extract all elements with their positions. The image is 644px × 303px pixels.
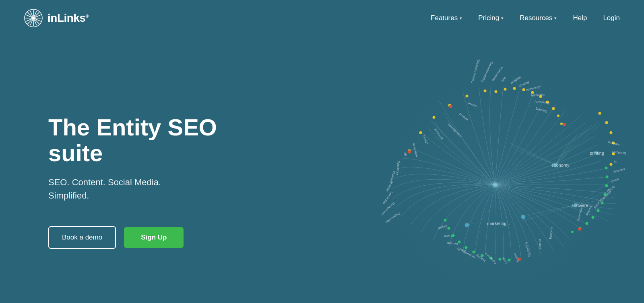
sign-up-button[interactable]: Sign Up: [124, 227, 184, 248]
svg-text:Labor: Labor: [444, 234, 452, 238]
hero-title: The Entity SEO suite: [48, 115, 258, 166]
svg-point-44: [592, 216, 594, 219]
logo-icon: [24, 9, 43, 27]
nav-item-pricing[interactable]: Pricing ▾: [478, 14, 504, 22]
nav-item-resources[interactable]: Resources ▾: [520, 14, 557, 22]
logo[interactable]: inLinks®: [24, 9, 89, 27]
svg-point-36: [557, 115, 559, 117]
svg-point-122: [572, 202, 579, 208]
chevron-down-icon: ▾: [554, 16, 557, 21]
svg-line-7: [33, 12, 39, 18]
svg-point-59: [508, 259, 511, 262]
svg-line-6: [33, 18, 39, 24]
svg-text:marketing...: marketing...: [487, 221, 510, 226]
knowledge-graph-viz: economy software marketing... printing: [314, 24, 644, 303]
svg-point-56: [578, 227, 581, 231]
nav-item-help[interactable]: Help: [573, 14, 587, 22]
svg-point-53: [484, 90, 487, 92]
svg-point-63: [473, 251, 475, 254]
hero-subtitle: SEO. Content. Social Media. Simplified.: [48, 176, 258, 202]
svg-point-120: [491, 181, 499, 189]
svg-point-124: [464, 222, 470, 228]
svg-point-68: [444, 219, 447, 222]
svg-point-37: [560, 123, 563, 125]
svg-point-35: [552, 107, 555, 110]
svg-point-74: [610, 163, 613, 166]
svg-point-38: [605, 167, 608, 170]
svg-point-54: [449, 105, 452, 108]
nav-menu: Features ▾ Pricing ▾ Resources ▾ Help Lo…: [431, 14, 620, 22]
svg-point-39: [606, 176, 609, 178]
svg-line-8: [27, 18, 33, 24]
hero-section: The Entity SEO suite SEO. Content. Socia…: [0, 36, 644, 303]
nav-item-features[interactable]: Features ▾: [431, 14, 462, 22]
nav-item-login[interactable]: Login: [603, 14, 620, 22]
svg-point-71: [610, 131, 613, 134]
svg-point-28: [495, 90, 497, 93]
svg-point-45: [586, 222, 588, 225]
svg-text:printing: printing: [590, 151, 604, 156]
svg-point-52: [466, 95, 469, 98]
svg-point-67: [448, 227, 450, 230]
svg-point-47: [571, 231, 574, 233]
svg-point-121: [552, 162, 559, 168]
svg-line-5: [27, 12, 33, 18]
svg-point-57: [408, 150, 411, 154]
svg-point-50: [433, 116, 436, 119]
svg-point-123: [520, 214, 526, 220]
svg-point-30: [513, 87, 516, 90]
svg-point-66: [452, 234, 455, 237]
svg-text:HR: HR: [403, 152, 407, 156]
hero-content: The Entity SEO suite SEO. Content. Socia…: [48, 115, 258, 249]
svg-point-49: [419, 131, 422, 134]
chevron-down-icon: ▾: [460, 16, 462, 21]
svg-text:AI: AI: [613, 160, 617, 164]
svg-point-55: [563, 123, 566, 126]
book-demo-button[interactable]: Book a demo: [48, 226, 116, 249]
svg-point-64: [465, 246, 468, 249]
hero-buttons: Book a demo Sign Up: [48, 226, 258, 249]
chevron-down-icon: ▾: [501, 16, 504, 21]
svg-point-60: [499, 258, 502, 261]
svg-point-29: [504, 88, 507, 91]
svg-point-31: [522, 88, 525, 91]
svg-point-69: [599, 112, 601, 115]
logo-text: inLinks®: [47, 12, 89, 25]
svg-point-70: [605, 121, 608, 124]
main-nav: inLinks® Features ▾ Pricing ▾ Resources …: [0, 0, 644, 36]
